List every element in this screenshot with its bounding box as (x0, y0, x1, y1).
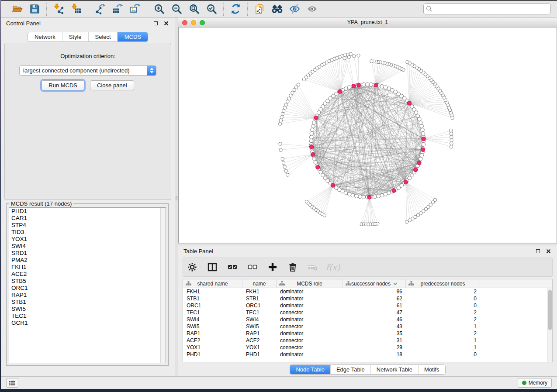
close-panel-icon[interactable] (163, 20, 170, 27)
network-node[interactable] (355, 194, 358, 198)
mcds-result-item[interactable]: ORC1 (9, 285, 166, 292)
column-header-successor-nodes[interactable]: successor nodes (343, 279, 406, 288)
column-selector-icon[interactable] (207, 261, 218, 273)
tab-motifs[interactable]: Motifs (418, 365, 445, 374)
network-mcds-hub-node[interactable] (331, 183, 335, 187)
mcds-result-item[interactable]: SWI5 (9, 306, 166, 313)
table-scrollbar-thumb[interactable] (548, 290, 552, 330)
column-header-name[interactable]: name (242, 279, 277, 288)
network-node[interactable] (419, 157, 422, 161)
find-neighbors-icon[interactable] (270, 3, 284, 16)
network-leaf-node[interactable] (283, 165, 287, 169)
tab-edge-table[interactable]: Edge Table (330, 365, 370, 374)
column-header-MCDS-role[interactable]: MCDS role (277, 279, 343, 288)
mcds-result-item[interactable]: RAP1 (9, 292, 166, 299)
memory-button[interactable]: Memory (518, 378, 552, 388)
network-node[interactable] (362, 83, 365, 86)
network-node[interactable] (347, 86, 351, 89)
network-mcds-hub-node[interactable] (314, 116, 318, 120)
network-leaf-node[interactable] (280, 116, 284, 119)
network-leaf-node[interactable] (353, 55, 356, 58)
network-node[interactable] (391, 88, 394, 92)
mcds-result-item[interactable]: SRD1 (9, 250, 166, 257)
mcds-result-item[interactable]: CAR1 (9, 215, 166, 222)
show-graphics-details-icon[interactable] (304, 3, 319, 16)
network-leaf-node[interactable] (370, 60, 374, 63)
zoom-out-icon[interactable] (169, 3, 184, 16)
network-leaf-node[interactable] (450, 135, 453, 139)
network-mcds-hub-node[interactable] (392, 189, 396, 193)
network-node[interactable] (358, 195, 362, 198)
save-session-icon[interactable] (27, 3, 42, 16)
zoom-selected-region-icon[interactable] (204, 3, 219, 16)
close-panel-button[interactable]: Close panel (90, 80, 134, 90)
hide-graphics-details-icon[interactable] (287, 3, 302, 16)
network-leaf-node[interactable] (281, 157, 284, 161)
network-node[interactable] (418, 117, 421, 121)
network-node[interactable] (341, 189, 344, 193)
network-mcds-hub-node[interactable] (367, 195, 371, 199)
network-node[interactable] (380, 84, 384, 88)
network-node[interactable] (309, 139, 313, 142)
network-leaf-node[interactable] (450, 138, 453, 142)
network-mcds-hub-node[interactable] (421, 148, 425, 151)
vertical-splitter[interactable] (175, 17, 178, 376)
tab-style[interactable]: Style (62, 32, 88, 41)
network-mcds-hub-node[interactable] (352, 84, 356, 88)
network-leaf-node[interactable] (281, 112, 284, 116)
network-mcds-hub-node[interactable] (414, 168, 418, 172)
network-node[interactable] (420, 124, 423, 128)
table-row[interactable]: PHD1PHD1dominator180 (183, 351, 552, 358)
network-leaf-node[interactable] (323, 214, 326, 217)
network-node[interactable] (421, 131, 425, 135)
table-row[interactable]: ORC1ORC1dominator610 (183, 302, 552, 309)
add-column-icon[interactable] (267, 261, 278, 273)
select-all-rows-icon[interactable] (227, 261, 238, 273)
network-mcds-hub-node[interactable] (309, 144, 313, 148)
network-node[interactable] (309, 135, 313, 139)
share-network-document-icon[interactable] (252, 3, 267, 16)
mcds-result-item[interactable]: SWI4 (9, 243, 166, 250)
network-node[interactable] (312, 157, 316, 161)
network-mcds-hub-node[interactable] (311, 152, 315, 156)
zoom-in-icon[interactable] (152, 3, 166, 16)
import-network-icon[interactable] (51, 3, 66, 16)
mcds-result-item[interactable]: YOX1 (9, 236, 166, 243)
close-table-panel-icon[interactable] (545, 248, 552, 254)
show-panels-button[interactable] (6, 378, 18, 388)
search-input[interactable] (423, 3, 551, 14)
table-row[interactable]: FKH1FKH1dominator962 (183, 288, 552, 295)
network-node[interactable] (419, 121, 422, 124)
import-table-icon[interactable] (69, 3, 83, 16)
tab-network-table[interactable]: Network Table (370, 365, 418, 374)
network-node[interactable] (344, 87, 348, 90)
table-row[interactable]: TEC1TEC1connector472 (183, 309, 552, 316)
network-node[interactable] (362, 195, 365, 199)
table-scrollbar[interactable] (547, 288, 552, 362)
network-node[interactable] (384, 86, 387, 89)
network-leaf-node[interactable] (449, 129, 453, 132)
column-header-predecessor-nodes[interactable]: predecessor nodes (406, 279, 480, 288)
export-network-icon[interactable] (93, 3, 107, 16)
export-table-icon[interactable] (110, 3, 125, 16)
network-canvas[interactable] (178, 28, 557, 243)
network-leaf-node[interactable] (278, 122, 282, 126)
network-leaf-node[interactable] (279, 119, 283, 122)
mcds-list-scrollbar[interactable] (160, 208, 166, 363)
mcds-result-item[interactable]: TID3 (9, 229, 166, 236)
run-mcds-button[interactable]: Run MCDS (42, 80, 84, 90)
mcds-result-item[interactable]: TEC1 (9, 313, 166, 320)
zoom-fit-content-icon[interactable] (187, 3, 201, 16)
network-node[interactable] (344, 191, 348, 195)
network-leaf-node[interactable] (286, 100, 289, 103)
network-leaf-node[interactable] (376, 222, 379, 226)
splitter-grip[interactable] (176, 196, 177, 200)
network-node[interactable] (310, 131, 313, 135)
optimization-criterion-select[interactable]: largest connected component (undirected) (19, 65, 156, 76)
network-node[interactable] (314, 161, 317, 164)
network-node[interactable] (420, 154, 423, 157)
tab-select[interactable]: Select (88, 32, 118, 41)
network-node[interactable] (351, 193, 354, 197)
export-image-icon[interactable] (128, 3, 142, 16)
network-leaf-node[interactable] (343, 56, 346, 60)
